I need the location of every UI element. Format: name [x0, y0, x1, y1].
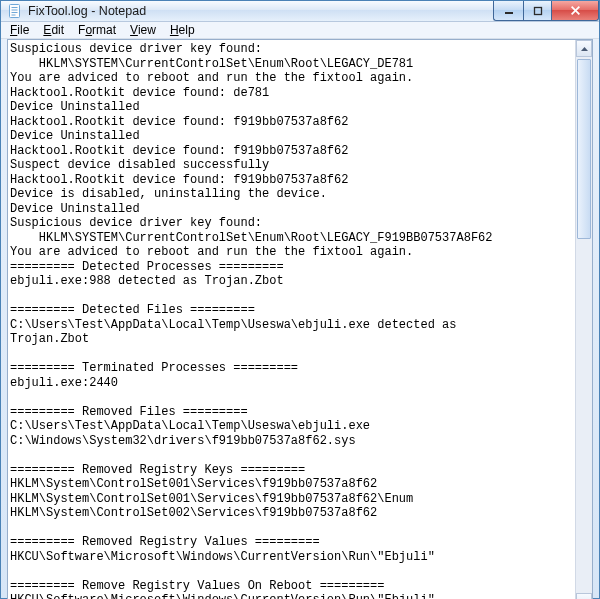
- scroll-up-button[interactable]: [576, 40, 592, 57]
- menu-help[interactable]: Help: [163, 22, 202, 38]
- close-button[interactable]: [551, 1, 599, 21]
- notepad-icon: [7, 3, 23, 19]
- scroll-thumb[interactable]: [577, 59, 591, 239]
- client-area: Suspicious device driver key found: HKLM…: [7, 39, 593, 599]
- menu-view[interactable]: View: [123, 22, 163, 38]
- vertical-scrollbar[interactable]: [575, 40, 592, 599]
- scroll-track[interactable]: [576, 57, 592, 593]
- menubar: File Edit Format View Help: [1, 22, 599, 39]
- titlebar[interactable]: FixTool.log - Notepad: [1, 1, 599, 22]
- svg-rect-6: [534, 7, 541, 14]
- menu-format[interactable]: Format: [71, 22, 123, 38]
- svg-marker-9: [581, 47, 588, 51]
- window-title: FixTool.log - Notepad: [28, 4, 493, 18]
- close-icon: [570, 5, 581, 16]
- menu-file[interactable]: File: [3, 22, 36, 38]
- notepad-window: FixTool.log - Notepad File Edit: [0, 0, 600, 599]
- svg-rect-5: [505, 12, 513, 14]
- menu-edit[interactable]: Edit: [36, 22, 71, 38]
- scroll-down-button[interactable]: [576, 593, 592, 600]
- text-content[interactable]: Suspicious device driver key found: HKLM…: [8, 40, 575, 599]
- svg-rect-0: [10, 5, 20, 18]
- window-controls: [493, 1, 599, 21]
- maximize-icon: [533, 6, 543, 16]
- maximize-button[interactable]: [523, 1, 551, 21]
- chevron-up-icon: [581, 47, 588, 51]
- minimize-icon: [504, 6, 514, 16]
- minimize-button[interactable]: [493, 1, 523, 21]
